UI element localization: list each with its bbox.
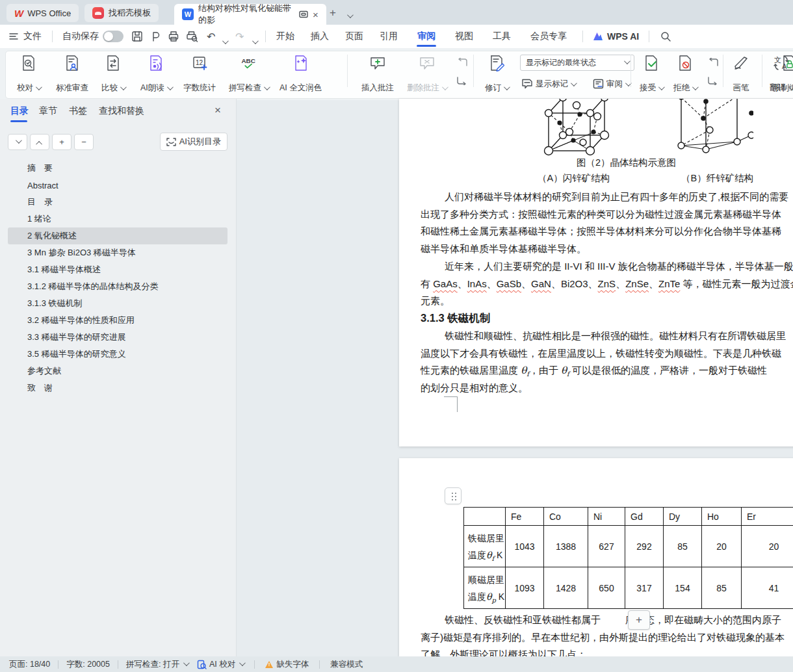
reject-button[interactable]: 拒绝 [671, 52, 699, 97]
accept-icon [642, 55, 660, 71]
toc-item-3-2[interactable]: 3.2 稀磁半导体的性质和应用 [8, 312, 228, 329]
compatibility-mode-label: 兼容模式 [330, 659, 363, 670]
toc-item-3-1-3[interactable]: 3.1.3 铁磁机制 [8, 295, 228, 312]
insert-comment-button[interactable]: 插入批注 [359, 52, 396, 97]
toc-item-3[interactable]: 3 Mn 掺杂 Bi2O3 稀磁半导体 [8, 244, 228, 261]
tab-view[interactable]: 视图 [455, 25, 473, 48]
show-markup-button[interactable]: 显示标记 [521, 77, 575, 91]
toc-item-abstract-en[interactable]: Abstract [8, 177, 228, 194]
tab-list-chevron-icon[interactable] [344, 9, 352, 21]
tab-wps-home[interactable]: W WPS Office [6, 4, 79, 22]
proof-button[interactable]: 校对 [14, 52, 43, 97]
wps-ai-button[interactable]: WPS AI [593, 25, 639, 48]
export-pdf-icon[interactable] [150, 25, 161, 48]
sidebar-tab-find-replace[interactable]: 查找和替换 [99, 105, 144, 117]
tab-home[interactable]: 开始 [276, 25, 294, 48]
hamburger-icon[interactable] [9, 25, 18, 48]
expand-heading-button[interactable] [30, 134, 49, 150]
table-cell: 20 [702, 526, 742, 567]
tab-reference[interactable]: 引用 [380, 25, 398, 48]
split-screen-icon[interactable] [299, 10, 308, 18]
zoom-in-toc-button[interactable]: + [52, 134, 72, 150]
toc-item-3-5[interactable]: 3.5 稀磁半导体的研究意义 [8, 346, 228, 363]
close-sidebar-icon[interactable]: × [214, 104, 221, 117]
sidebar-tab-bookmark[interactable]: 书签 [69, 105, 87, 117]
next-change-icon[interactable] [706, 74, 720, 87]
table-cell: 1043 [506, 526, 544, 567]
toc-item-3-1[interactable]: 3.1 稀磁半导体概述 [8, 261, 228, 278]
accept-button[interactable]: 接受 [637, 52, 666, 97]
toc-item-acknowledgement[interactable]: 致 谢 [8, 380, 228, 396]
wps-logo-icon: W [14, 8, 23, 19]
toc-item-3-1-2[interactable]: 3.1.2 稀磁半导体的晶体结构及分类 [8, 278, 228, 295]
next-comment-icon[interactable] [455, 74, 469, 87]
undo-chevron-icon[interactable] [220, 35, 227, 47]
print-preview-icon[interactable] [186, 25, 198, 48]
toc-item-contents[interactable]: 目 录 [8, 194, 228, 211]
search-icon[interactable] [660, 25, 671, 48]
table-cell: 317 [625, 567, 664, 609]
autosave-toggle[interactable] [103, 31, 124, 42]
ai-proof-status[interactable]: AI 校对 [209, 659, 235, 670]
file-menu[interactable]: 文件 [23, 25, 42, 48]
new-tab-icon[interactable]: + [326, 6, 339, 19]
spell-check-status[interactable]: 拼写检查: 打开 [126, 659, 179, 670]
toc-item-3-3[interactable]: 3.3 稀磁半导体的研究进展 [8, 329, 228, 346]
standard-review-icon [63, 55, 81, 71]
brush-button[interactable]: 画笔 [729, 52, 753, 97]
word-count-button[interactable]: 12 字数统计 [181, 52, 218, 97]
ribbon: 校对 标准审查 比较 AI朗读 12 字数统计 ABC 拼写检查 AI 全文润色 [0, 48, 793, 100]
tab-page[interactable]: 页面 [345, 25, 363, 48]
table-header-co: Co [544, 508, 588, 526]
spell-check-button[interactable]: ABC 拼写检查 [226, 52, 271, 97]
missing-font-status[interactable]: 缺失字体 [276, 659, 309, 670]
toc-item-2-selected[interactable]: 2 氧化铋概述 [8, 227, 228, 244]
window-tab-bar: W WPS Office 找稻壳模板 W 结构对称性对氧化铋能带的影 × + [0, 0, 793, 25]
close-tab-icon[interactable]: × [313, 9, 318, 20]
redo-chevron-icon[interactable] [250, 35, 257, 47]
insert-table-row-button[interactable]: + [628, 610, 650, 630]
markup-state-select[interactable]: 显示标记的最终状态 [520, 55, 634, 71]
tab-tools[interactable]: 工具 [493, 25, 511, 48]
track-changes-button[interactable]: 修订 [482, 52, 511, 97]
restrict-edit-button[interactable]: 限制编辑 [770, 52, 793, 97]
wps-ai-icon [593, 32, 603, 42]
toc-item-references[interactable]: 参考文献 [8, 363, 228, 380]
insert-comment-icon [369, 55, 387, 71]
tab-member[interactable]: 会员专享 [530, 25, 567, 48]
sidebar-tab-catalog[interactable]: 目录 [10, 105, 29, 117]
ai-recognize-catalog-button[interactable]: AI识别目录 [160, 133, 228, 151]
standard-review-button[interactable]: 标准审查 [53, 52, 91, 97]
word-doc-icon: W [182, 8, 194, 20]
table-drag-handle[interactable] [445, 487, 462, 504]
previous-change-icon[interactable] [706, 56, 720, 69]
ai-polish-button[interactable]: AI 全文润色 [277, 52, 324, 97]
table-cell: 41 [742, 567, 793, 609]
tab-docer-template[interactable]: 找稻壳模板 [84, 4, 159, 22]
curie-temperature-table: Fe Co Ni Gd Dy Ho Er 铁磁居里温度θf K 1043 138… [463, 507, 793, 609]
tab-insert[interactable]: 插入 [311, 25, 329, 48]
undo-icon[interactable]: ↶ [207, 25, 215, 48]
ai-read-button[interactable]: AI朗读 [138, 52, 174, 97]
compare-icon [104, 55, 122, 71]
table-header-ni: Ni [588, 508, 625, 526]
collapse-heading-button[interactable] [8, 134, 27, 150]
compare-button[interactable]: 比较 [99, 52, 127, 97]
spell-check-icon: ABC [240, 55, 258, 71]
zincblende-structure-figure [541, 99, 619, 161]
tab-document[interactable]: W 结构对称性对氧化铋能带的影 × [174, 4, 326, 25]
print-icon[interactable] [168, 25, 179, 48]
ai-proof-icon [197, 660, 207, 669]
table-cell: 154 [664, 567, 702, 609]
toc-item-1[interactable]: 1 绪论 [8, 211, 228, 227]
figure-sub-caption-b: （B）纤锌矿结构 [681, 172, 753, 185]
sidebar-tab-chapter[interactable]: 章节 [39, 105, 57, 117]
review-pane-button[interactable]: 审阅 [593, 77, 630, 91]
word-count-indicator: 字数: 20005 [66, 659, 110, 670]
toc-item-abstract-cn[interactable]: 摘 要 [8, 160, 228, 177]
heading-3-1-3: 3.1.3 铁磁机制 [421, 309, 490, 327]
track-changes-icon [488, 55, 506, 71]
table-cell: 650 [588, 567, 625, 609]
save-icon[interactable] [131, 25, 143, 48]
zoom-out-toc-button[interactable]: − [74, 134, 94, 150]
